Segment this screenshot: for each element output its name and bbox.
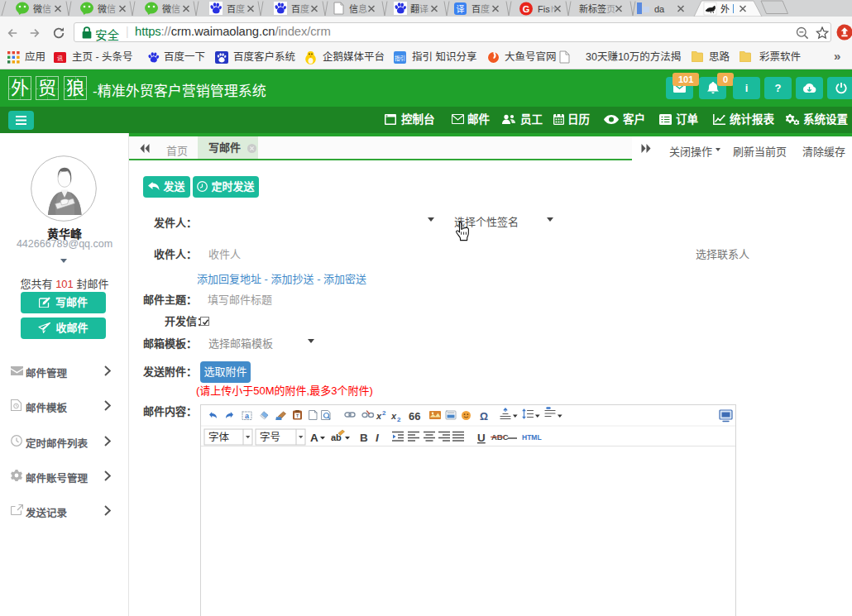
svg-text:Ω: Ω <box>480 411 488 423</box>
svg-text:度: 度 <box>300 3 309 14</box>
svg-text:指引: 指引 <box>395 55 405 62</box>
svg-text:百: 百 <box>227 4 236 14</box>
svg-text:新标签: 新标签 <box>579 3 606 14</box>
svg-text:外: 外 <box>720 4 730 14</box>
svg-text:信: 信 <box>171 4 180 14</box>
svg-text:Fis: Fis <box>538 4 550 14</box>
svg-text:微: 微 <box>98 3 107 14</box>
svg-text:I: I <box>376 432 379 444</box>
svg-text:信: 信 <box>107 4 116 14</box>
svg-text:微: 微 <box>33 3 42 14</box>
svg-text:翻: 翻 <box>410 3 419 14</box>
svg-text:字号: 字号 <box>260 431 280 443</box>
svg-text:A: A <box>310 432 318 444</box>
svg-text:微: 微 <box>162 3 171 14</box>
svg-text:B: B <box>360 432 368 444</box>
svg-text:66: 66 <box>409 410 420 423</box>
svg-text:度: 度 <box>481 3 490 14</box>
svg-text:讯: 讯 <box>57 55 63 62</box>
svg-text:x: x <box>376 411 382 421</box>
svg-text:百: 百 <box>471 4 481 14</box>
svg-text:百: 百 <box>291 4 300 14</box>
svg-text:译: 译 <box>419 4 428 14</box>
svg-text:U: U <box>477 432 486 444</box>
svg-text:a: a <box>245 412 250 420</box>
svg-text:度: 度 <box>236 3 245 14</box>
svg-text:x: x <box>390 411 397 421</box>
svg-text:信: 信 <box>42 4 51 14</box>
svg-text:G: G <box>523 4 530 14</box>
svg-text:da: da <box>654 4 665 14</box>
svg-text:T: T <box>296 413 299 418</box>
svg-text:信: 信 <box>349 4 358 14</box>
svg-text:2: 2 <box>397 416 401 423</box>
svg-text:息: 息 <box>358 3 367 14</box>
svg-text:译: 译 <box>457 5 465 14</box>
svg-text:2: 2 <box>382 409 386 417</box>
svg-text:页: 页 <box>606 4 615 14</box>
svg-text:HTML: HTML <box>522 433 542 442</box>
svg-text:h: h <box>551 4 556 14</box>
svg-text:字体: 字体 <box>208 431 230 443</box>
